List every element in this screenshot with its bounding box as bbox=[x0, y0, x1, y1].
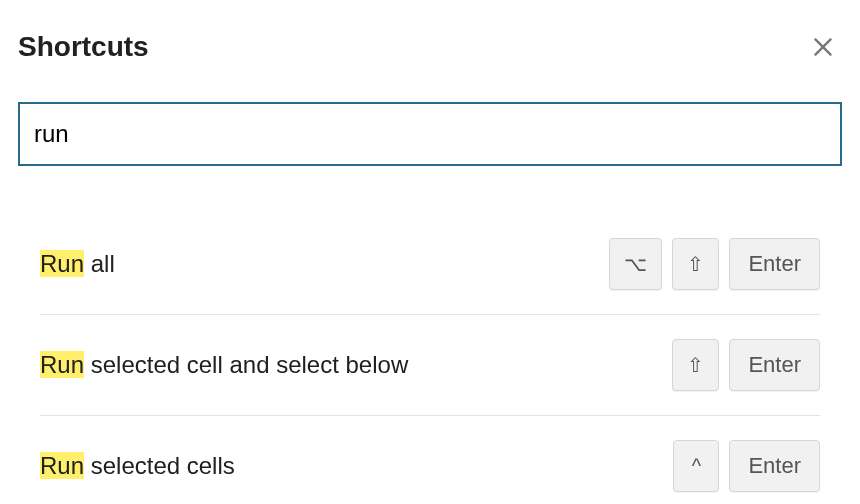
shortcut-row[interactable]: Run selected cell and select below ⇧ Ent… bbox=[40, 315, 820, 416]
close-button[interactable] bbox=[804, 28, 842, 66]
key-shift: ⇧ bbox=[672, 339, 719, 391]
key-option: ⌥ bbox=[609, 238, 662, 290]
close-icon bbox=[810, 34, 836, 60]
shortcut-label: Run selected cells bbox=[40, 452, 235, 480]
key-enter: Enter bbox=[729, 440, 820, 492]
key-group: ^ Enter bbox=[673, 440, 820, 492]
key-shift: ⇧ bbox=[672, 238, 719, 290]
dialog-title: Shortcuts bbox=[18, 31, 149, 63]
key-enter: Enter bbox=[729, 238, 820, 290]
shortcut-row[interactable]: Run selected cells ^ Enter bbox=[40, 416, 820, 504]
key-ctrl: ^ bbox=[673, 440, 719, 492]
search-input[interactable] bbox=[18, 102, 842, 166]
results-list: Run all ⌥ ⇧ Enter Run selected cell and … bbox=[18, 214, 842, 504]
key-enter: Enter bbox=[729, 339, 820, 391]
key-group: ⌥ ⇧ Enter bbox=[609, 238, 820, 290]
shortcut-label: Run all bbox=[40, 250, 115, 278]
shortcut-label: Run selected cell and select below bbox=[40, 351, 408, 379]
key-group: ⇧ Enter bbox=[672, 339, 820, 391]
shortcut-row[interactable]: Run all ⌥ ⇧ Enter bbox=[40, 214, 820, 315]
